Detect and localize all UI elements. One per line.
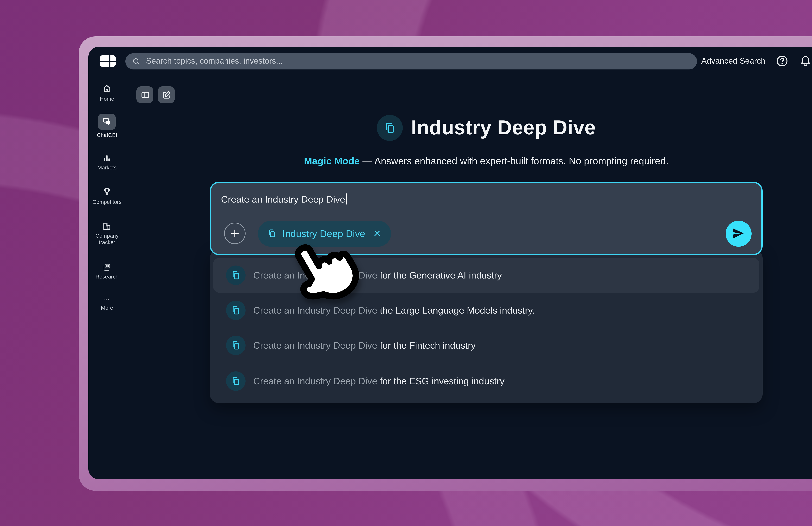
sidebar-item-research[interactable]: Research xyxy=(88,262,126,281)
suggestion-row[interactable]: Create an Industry Deep Dive for the Gen… xyxy=(213,258,759,293)
prompt-input-card[interactable]: Create an Industry Deep Dive Industry De… xyxy=(210,182,763,255)
copy-document-icon xyxy=(226,336,245,356)
new-chat-button[interactable] xyxy=(158,87,175,103)
send-icon xyxy=(731,227,745,240)
page-subtitle: Magic Mode — Answers enhanced with exper… xyxy=(126,155,812,166)
sidebar-item-home[interactable]: Home xyxy=(88,84,126,102)
trophy-icon xyxy=(102,187,112,197)
suggestions-dropdown: Create an Industry Deep Dive for the Gen… xyxy=(210,249,763,403)
sidebar-item-competitors[interactable]: Competitors xyxy=(88,187,126,206)
plus-icon xyxy=(229,228,240,239)
copy-document-icon xyxy=(383,121,396,134)
send-button[interactable] xyxy=(725,221,751,246)
advanced-search-link[interactable]: Advanced Search xyxy=(701,57,765,66)
sidebar-nav: Home ChatCBI Markets Competitors xyxy=(88,47,126,479)
notifications-bell-icon[interactable] xyxy=(799,55,812,68)
global-search xyxy=(125,53,697,69)
add-attachment-button[interactable] xyxy=(224,223,245,244)
sidebar-item-chatcbi[interactable]: ChatCBI xyxy=(88,114,126,139)
research-icon xyxy=(102,262,112,272)
suggestion-row[interactable]: Create an Industry Deep Dive for the ESG… xyxy=(213,363,759,399)
home-icon xyxy=(102,84,112,94)
chip-remove-icon[interactable] xyxy=(373,229,381,238)
app-window: Advanced Search Home xyxy=(88,47,812,479)
help-icon[interactable] xyxy=(776,55,789,68)
suggestion-row[interactable]: Create an Industry Deep Dive the Large L… xyxy=(213,293,759,328)
sidebar-item-more[interactable]: More xyxy=(88,297,126,312)
ellipsis-icon xyxy=(102,297,112,303)
desktop: Advanced Search Home xyxy=(0,0,812,526)
bar-chart-icon xyxy=(102,153,112,163)
compose-icon xyxy=(162,90,171,100)
chat-icon xyxy=(102,117,112,127)
magic-mode-label: Magic Mode xyxy=(304,155,360,166)
format-chip-industry-deep-dive[interactable]: Industry Deep Dive xyxy=(258,221,391,246)
sidebar-toggle-button[interactable] xyxy=(136,87,154,103)
building-icon xyxy=(102,221,112,231)
sidebar-item-company-tracker[interactable]: Company tracker xyxy=(88,221,126,246)
chatcbi-active-button xyxy=(98,114,116,130)
window-frame: Advanced Search Home xyxy=(78,36,812,491)
panel-toggle-icon xyxy=(140,90,150,100)
copy-document-icon xyxy=(226,371,245,391)
suggestion-row[interactable]: Create an Industry Deep Dive for the Fin… xyxy=(213,328,759,363)
search-input[interactable] xyxy=(145,56,690,66)
copy-document-icon xyxy=(226,301,245,320)
text-caret xyxy=(346,194,347,205)
copy-document-icon xyxy=(226,266,245,285)
chat-input[interactable]: Create an Industry Deep Dive xyxy=(221,194,347,205)
page-title: Industry Deep Dive xyxy=(411,116,596,139)
sidebar-item-markets[interactable]: Markets xyxy=(88,153,126,171)
search-icon xyxy=(132,57,140,65)
deep-dive-badge xyxy=(377,115,403,141)
copy-document-icon xyxy=(267,229,277,238)
